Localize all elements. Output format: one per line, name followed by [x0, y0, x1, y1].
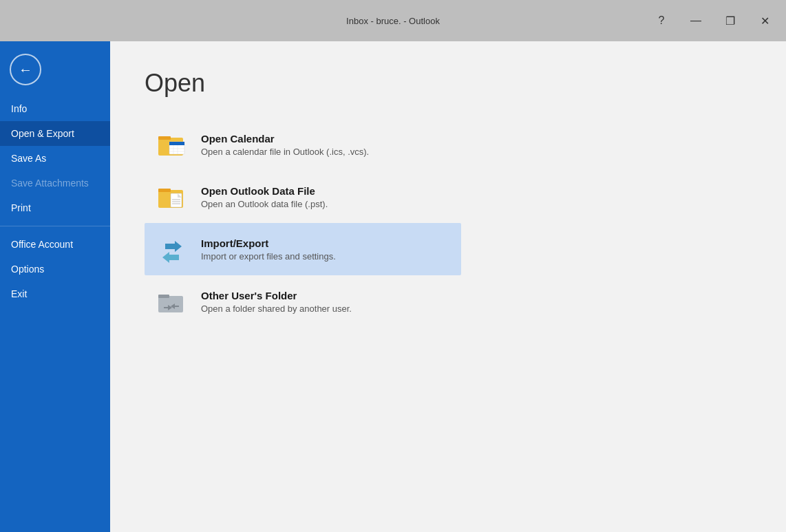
other-users-folder-icon — [156, 285, 189, 318]
sidebar-item-label: Open & Export — [11, 128, 74, 139]
other-users-folder-item[interactable]: Other User's Folder Open a folder shared… — [145, 275, 461, 328]
window-controls: ? — ❐ ✕ — [646, 10, 780, 32]
open-outlook-data-desc: Open an Outlook data file (.pst). — [201, 199, 450, 209]
open-calendar-item[interactable]: Open Calendar Open a calendar file in Ou… — [145, 118, 461, 171]
page-title: Open — [145, 69, 752, 98]
svg-rect-9 — [158, 189, 171, 192]
restore-button[interactable]: ❐ — [714, 10, 746, 32]
open-items-list: Open Calendar Open a calendar file in Ou… — [145, 118, 752, 328]
sidebar-divider — [0, 226, 110, 226]
import-export-title: Import/Export — [201, 237, 450, 249]
open-outlook-data-title: Open Outlook Data File — [201, 185, 450, 197]
sidebar-item-office-account[interactable]: Office Account — [0, 232, 110, 257]
sidebar-item-label: Office Account — [11, 239, 73, 250]
open-calendar-text: Open Calendar Open a calendar file in Ou… — [201, 133, 450, 157]
other-users-folder-desc: Open a folder shared by another user. — [201, 304, 450, 314]
sidebar-item-save-attachments: Save Attachments — [0, 171, 110, 195]
window-title: Inbox - bruce. - Outlook — [346, 16, 440, 26]
import-export-desc: Import or export files and settings. — [201, 251, 450, 262]
sidebar-item-label: Exit — [11, 288, 27, 299]
sidebar-item-label: Print — [11, 202, 31, 213]
outlook-data-icon — [156, 180, 189, 213]
back-button[interactable]: ← — [10, 54, 41, 85]
open-outlook-data-item[interactable]: Open Outlook Data File Open an Outlook d… — [145, 171, 461, 223]
sidebar-item-info[interactable]: Info — [0, 96, 110, 121]
sidebar-item-label: Save Attachments — [11, 178, 89, 189]
minimize-button[interactable]: — — [680, 10, 712, 32]
open-calendar-title: Open Calendar — [201, 133, 450, 145]
help-button[interactable]: ? — [646, 10, 677, 32]
sidebar-item-open-export[interactable]: Open & Export — [0, 121, 110, 146]
svg-marker-15 — [165, 241, 182, 252]
sidebar-item-exit[interactable]: Exit — [0, 281, 110, 306]
other-users-folder-text: Other User's Folder Open a folder shared… — [201, 290, 450, 314]
calendar-icon — [156, 128, 189, 161]
svg-rect-18 — [158, 295, 169, 298]
app-body: ← Info Open & Export Save As Save Attach… — [0, 41, 786, 532]
sidebar-item-save-as[interactable]: Save As — [0, 146, 110, 171]
open-outlook-data-text: Open Outlook Data File Open an Outlook d… — [201, 185, 450, 209]
sidebar-item-label: Options — [11, 264, 44, 275]
sidebar-item-print[interactable]: Print — [0, 195, 110, 220]
svg-marker-16 — [162, 252, 179, 263]
sidebar-item-label: Save As — [11, 153, 46, 164]
close-button[interactable]: ✕ — [749, 10, 780, 32]
sidebar: ← Info Open & Export Save As Save Attach… — [0, 41, 110, 532]
import-export-text: Import/Export Import or export files and… — [201, 237, 450, 262]
other-users-folder-title: Other User's Folder — [201, 290, 450, 301]
svg-rect-1 — [158, 136, 171, 140]
import-export-item[interactable]: Import/Export Import or export files and… — [145, 223, 461, 275]
open-calendar-desc: Open a calendar file in Outlook (.ics, .… — [201, 147, 450, 157]
title-bar: Inbox - bruce. - Outlook ? — ❐ ✕ — [0, 0, 786, 41]
back-arrow-icon: ← — [19, 62, 32, 78]
svg-rect-17 — [158, 296, 183, 312]
svg-rect-3 — [169, 142, 184, 145]
svg-rect-10 — [171, 193, 182, 207]
sidebar-item-label: Info — [11, 103, 27, 114]
import-export-icon — [156, 233, 189, 266]
sidebar-item-options[interactable]: Options — [0, 257, 110, 281]
main-content: Open — [110, 41, 786, 532]
